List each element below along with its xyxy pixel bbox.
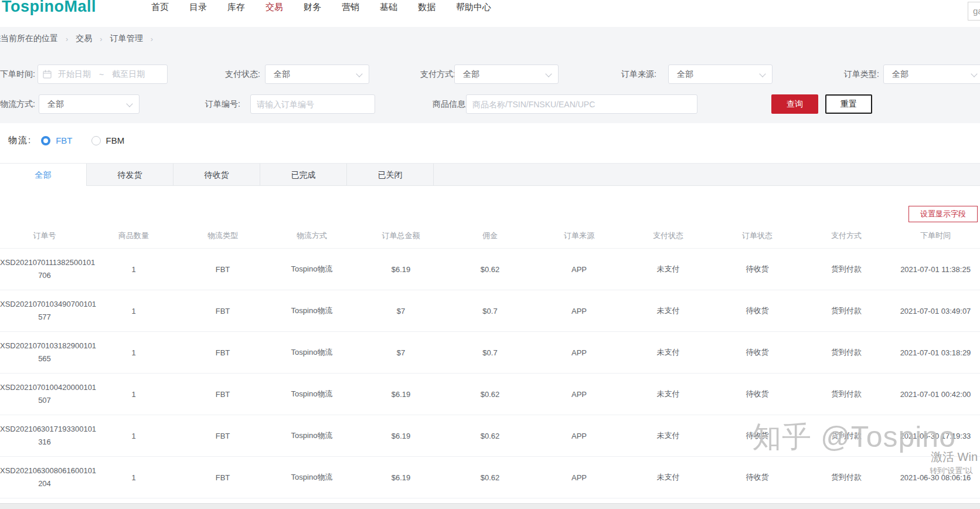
table-header-row: 订单号 商品数量 物流类型 物流方式 订单总金额 佣金 订单来源 支付状态 订单… [0,223,980,249]
nav-item-home[interactable]: 首页 [151,2,169,13]
logistics-type-cell: FBT [178,415,267,457]
order-status-cell: 待收货 [713,374,802,415]
radio-fbm-icon[interactable] [91,136,101,145]
pay-method-cell: 货到付款 [802,374,891,415]
nav-item-basics[interactable]: 基础 [380,2,397,13]
chevron-down-icon [545,70,552,77]
source-cell: APP [535,290,624,332]
nav-item-trade[interactable]: 交易 [266,2,283,13]
commission-cell: $0.62 [445,415,535,457]
total-cell: $6.19 [356,415,445,457]
pay-status-cell: 未支付 [624,415,713,457]
pay-status-select[interactable]: 全部 [265,65,369,84]
pay-status-cell: 未支付 [624,290,713,332]
logistics-type-cell: FBT [178,374,267,415]
nav-item-catalog[interactable]: 目录 [189,2,207,13]
table-row: XSD2021070103490700101577 1 FBT Tospino物… [0,290,980,332]
tab-closed[interactable]: 已关闭 [347,164,434,186]
product-info-label: 商品信息: [433,99,468,110]
logistics-method-cell: Tospino物流 [267,374,356,415]
product-info-input[interactable] [466,94,697,114]
order-source-select[interactable]: 全部 [668,65,773,84]
source-cell: APP [535,457,624,498]
nav-item-data[interactable]: 数据 [418,2,435,13]
filter-panel: 您当前所在的位置 › 交易 › 订单管理 › 下单时间: 开始日期 ~ 截至日期… [0,27,980,123]
breadcrumb-trade[interactable]: 交易 [76,33,92,44]
pay-status-value: 全部 [274,69,290,79]
col-logistics-type: 物流类型 [178,223,267,249]
range-separator: ~ [99,70,104,79]
qty-cell: 1 [89,457,178,498]
logistics-method-cell: Tospino物流 [267,415,356,457]
orders-table: 订单号 商品数量 物流类型 物流方式 订单总金额 佣金 订单来源 支付状态 订单… [0,223,980,498]
pay-status-cell: 未支付 [624,374,713,415]
order-time-cell: 2021-07-01 03:18:29 [891,332,980,374]
tab-to-receive[interactable]: 待收货 [173,164,260,186]
order-time-range-picker[interactable]: 开始日期 ~ 截至日期 [38,65,168,84]
top-nav-bar: TospinoMall 首页 目录 库存 交易 财务 营销 基础 数据 帮助中心… [0,0,980,27]
pay-method-value: 全部 [463,69,479,79]
search-button[interactable]: 查询 [771,94,818,114]
tab-to-ship[interactable]: 待发货 [87,164,173,186]
brand-logo[interactable]: TospinoMall [2,0,96,16]
order-no-cell: XSD2021063017193300101316 [0,415,89,457]
radio-fbt-label[interactable]: FBT [56,135,72,145]
nav-item-marketing[interactable]: 营销 [342,2,359,13]
order-time-label: 下单时间: [0,69,35,80]
main-menu: 首页 目录 库存 交易 财务 营销 基础 数据 帮助中心 [151,2,491,13]
total-cell: $7 [356,290,445,332]
total-cell: $6.19 [356,457,445,498]
order-type-label: 订单类型: [844,69,879,80]
qty-cell: 1 [89,249,178,290]
order-status-tabstrip: 全部 待发货 待收货 已完成 已关闭 [0,163,980,186]
reset-button[interactable]: 重置 [825,94,872,114]
nav-item-inventory[interactable]: 库存 [227,2,245,13]
col-order-time: 下单时间 [891,223,980,249]
source-cell: APP [535,249,624,290]
nav-item-finance[interactable]: 财务 [304,2,321,13]
logistics-type-cell: FBT [178,290,267,332]
corner-input[interactable]: ga [968,2,980,21]
radio-fbm-label[interactable]: FBM [106,135,125,145]
col-commission: 佣金 [445,223,535,249]
pay-status-cell: 未支付 [624,249,713,290]
start-date-placeholder: 开始日期 [58,69,91,80]
order-source-label: 订单来源: [621,69,656,80]
chevron-right-icon: › [151,35,153,43]
order-time-cell: 2021-07-01 03:49:07 [891,290,980,332]
breadcrumb: 您当前所在的位置 › 交易 › 订单管理 › [0,33,153,44]
commission-cell: $0.7 [445,332,535,374]
radio-fbt-selected-icon[interactable] [41,136,50,145]
order-status-cell: 待收货 [713,332,802,374]
logistics-method-select[interactable]: 全部 [39,94,139,114]
source-cell: APP [535,332,624,374]
breadcrumb-order-management[interactable]: 订单管理 [110,33,143,44]
qty-cell: 1 [89,415,178,457]
order-no-label: 订单编号: [205,99,240,110]
pay-method-label: 支付方式: [420,69,455,80]
total-cell: $6.19 [356,374,445,415]
pay-method-cell: 货到付款 [802,249,891,290]
tab-completed[interactable]: 已完成 [260,164,347,186]
tab-all[interactable]: 全部 [0,164,87,186]
total-cell: $7 [356,332,445,374]
display-fields-button[interactable]: 设置显示字段 [908,206,978,222]
col-total: 订单总金额 [356,223,445,249]
commission-cell: $0.62 [445,374,535,415]
logistics-method-cell: Tospino物流 [267,332,356,374]
calendar-icon [43,70,52,79]
nav-item-help-center[interactable]: 帮助中心 [456,2,491,13]
pay-method-select[interactable]: 全部 [454,65,559,84]
logistics-method-value: 全部 [47,99,64,108]
chevron-down-icon [759,70,765,77]
order-type-select[interactable]: 全部 [883,65,980,84]
logistics-type-cell: FBT [178,457,267,498]
logistics-type-cell: FBT [178,249,267,290]
col-logistics-method: 物流方式 [267,223,356,249]
pay-method-cell: 货到付款 [802,290,891,332]
qty-cell: 1 [89,332,178,374]
order-no-cell: XSD2021070100420000101507 [0,374,89,415]
order-no-input[interactable] [250,94,375,114]
order-source-value: 全部 [677,69,693,79]
pay-status-label: 支付状态: [225,69,260,80]
